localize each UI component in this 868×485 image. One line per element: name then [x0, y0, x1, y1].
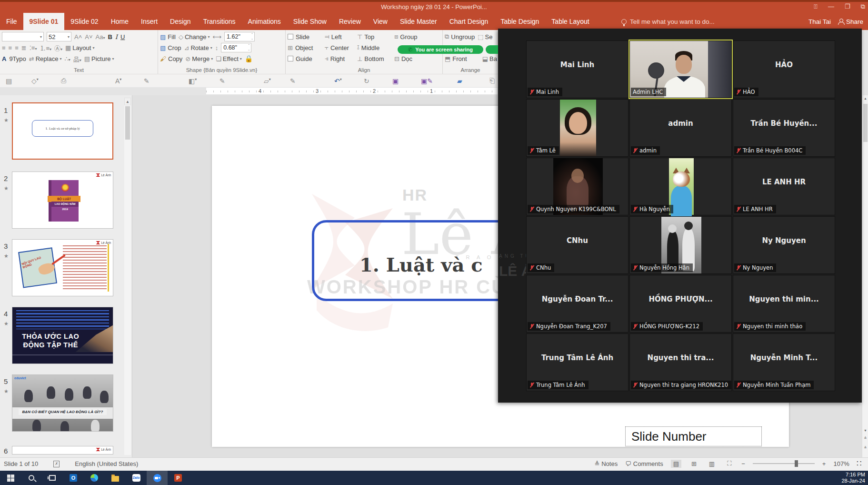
- lock-icon[interactable]: 🔒: [245, 55, 253, 62]
- participant-tile-active-speaker[interactable]: Admin LHC: [629, 40, 732, 98]
- rotate-button[interactable]: ⊿Rotate▾: [184, 44, 212, 51]
- tab-9slide-01[interactable]: 9Slide 01: [23, 13, 65, 30]
- eyedropper-icon[interactable]: ✎: [219, 77, 225, 85]
- shape-icon[interactable]: ◇▾: [31, 77, 37, 85]
- zoom-in-button[interactable]: +: [822, 460, 826, 467]
- tell-me-box[interactable]: Tell me what you want to do...: [621, 13, 715, 30]
- tab-review[interactable]: Review: [333, 13, 367, 30]
- participant-tile[interactable]: Trần Bé Huyền... Trần Bé Huyền B004C: [733, 99, 835, 157]
- slide-number-placeholder[interactable]: Slide Number: [625, 426, 762, 446]
- underline-button[interactable]: U: [120, 33, 125, 40]
- display-icon[interactable]: ⎙: [61, 77, 66, 85]
- slide-thumbnail-1[interactable]: 1. Luật và cơ sở pháp lý: [12, 102, 113, 160]
- bold-button[interactable]: B: [108, 33, 112, 40]
- minimize-icon[interactable]: —: [828, 3, 834, 10]
- zoom-slider[interactable]: [753, 463, 815, 464]
- close-icon[interactable]: ⧉: [861, 3, 865, 10]
- diagram-icon[interactable]: 品▾: [73, 54, 81, 63]
- dots-icon[interactable]: ∴▾: [64, 55, 70, 62]
- participant-tile[interactable]: HỒNG PHƯỢN... HỒNG PHƯỢNG-K212: [629, 275, 732, 333]
- previous-slide-button[interactable]: ≙: [862, 436, 868, 440]
- zoom-percent-label[interactable]: 107%: [833, 460, 849, 467]
- grow-font-icon[interactable]: A˄: [74, 33, 82, 40]
- align-left-button[interactable]: ⫤Left: [325, 33, 354, 40]
- comments-button[interactable]: 🗩 Comments: [625, 460, 663, 467]
- tab-view[interactable]: View: [367, 13, 394, 30]
- reading-view-icon[interactable]: ▥: [707, 460, 717, 468]
- next-slide-button[interactable]: ≚: [862, 446, 868, 450]
- crop-button[interactable]: ▧Crop: [160, 44, 181, 51]
- text-effects-icon[interactable]: Ⓐ▾: [54, 43, 62, 52]
- participant-tile[interactable]: Hà Nguyễn: [629, 158, 732, 215]
- participant-tile[interactable]: Quynh Nguyen K199C&BONL: [526, 158, 629, 215]
- participant-tile[interactable]: Ny Nguyen Ny Nguyen: [733, 216, 835, 274]
- participant-tile[interactable]: admin admin: [629, 99, 732, 157]
- notes-page-icon[interactable]: ▤: [6, 77, 12, 85]
- zoom-slider-thumb[interactable]: [795, 460, 798, 467]
- panel-scrollbar-thumb[interactable]: [125, 106, 130, 140]
- slide-sorter-icon[interactable]: ⊞: [689, 460, 699, 468]
- tab-table-layout[interactable]: Table Layout: [545, 13, 595, 30]
- language-label[interactable]: English (United States): [75, 460, 138, 467]
- tab-home[interactable]: Home: [105, 13, 135, 30]
- numbering-icon[interactable]: ⒈≡▾: [40, 43, 51, 52]
- zoom-gallery-overlay[interactable]: ẠNG TƯƠNG LAI LÊ ÁNH Mai Linh Mai Linh A…: [498, 29, 862, 403]
- copy-button[interactable]: 🖌Copy: [160, 55, 182, 62]
- ribbon-display-options-icon[interactable]: ⍐: [814, 3, 818, 10]
- tab-slide-master[interactable]: Slide Master: [394, 13, 443, 30]
- redo-icon[interactable]: ↻: [364, 77, 369, 85]
- account-name[interactable]: Thai Tai: [808, 13, 831, 30]
- doc-button[interactable]: ⊟Dọc: [394, 55, 412, 62]
- scroll-up-icon[interactable]: ▲: [862, 97, 868, 100]
- ungroup-button[interactable]: ⧉Ungroup: [445, 33, 475, 40]
- tab-insert[interactable]: Insert: [135, 13, 164, 30]
- slide-thumbnail-2[interactable]: Lê Ánh BỘ LUẬT LAO ĐỘNG NĂM 2019: [12, 172, 113, 229]
- undo-icon[interactable]: ↶▾: [334, 77, 340, 85]
- zalo-icon[interactable]: Zalo: [126, 471, 147, 485]
- align-middle-button[interactable]: ⫱Middle: [357, 44, 391, 51]
- file-explorer-icon[interactable]: [105, 471, 126, 485]
- tab-transitions[interactable]: Transitions: [197, 13, 242, 30]
- save-edit-icon[interactable]: ▣✎: [421, 77, 433, 85]
- participant-tile[interactable]: LE ANH HR LE ANH HR: [733, 158, 835, 215]
- picture-fill-icon[interactable]: ▰: [457, 77, 462, 85]
- proofing-icon[interactable]: ✗: [53, 461, 60, 467]
- participant-tile[interactable]: Nguyễn Đoan Tr... Nguyễn Đoan Trang_K207: [526, 275, 629, 333]
- screen-sharing-banner[interactable]: ✆ You are screen sharing: [398, 45, 483, 54]
- save-icon[interactable]: ▣: [392, 77, 399, 85]
- panel-scrollbar[interactable]: ▲: [124, 98, 131, 455]
- shape-width-input[interactable]: 1.62": [224, 32, 255, 41]
- tab-animations[interactable]: Animations: [242, 13, 287, 30]
- participant-tile[interactable]: Mai Linh Mai Linh: [526, 40, 629, 98]
- align-center-icon[interactable]: ≡: [9, 44, 12, 51]
- fill-color-icon[interactable]: ◧▾: [189, 77, 195, 85]
- layout-button[interactable]: ▦Layout▾: [65, 44, 94, 51]
- vertical-scrollbar[interactable]: ▲ ▼ ≙ ≚: [862, 95, 868, 457]
- task-view-icon[interactable]: [42, 471, 63, 485]
- participant-tile[interactable]: HẢO HẢO: [733, 40, 835, 98]
- slide-thumbnail-5[interactable]: eduviet BẠN CÓ BIẾT QUAN HỆ LAO ĐỘNG LÀ …: [12, 374, 113, 432]
- slide-thumbnail-4[interactable]: THỎA ƯỚC LAO ĐỘNG TẬP THỂ: [12, 307, 113, 364]
- eyedropper-icon[interactable]: ✎: [144, 77, 150, 85]
- shrink-font-icon[interactable]: A˅: [85, 33, 92, 40]
- align-right-icon[interactable]: ≡: [15, 44, 19, 51]
- front-button[interactable]: ⬒Front: [445, 55, 479, 62]
- tab-9slide-02[interactable]: 9Slide 02: [64, 13, 104, 30]
- change-case-icon[interactable]: Aa▾: [96, 33, 105, 40]
- taskbar-clock[interactable]: 7:16 PM 28-Jan-24: [841, 472, 865, 484]
- justify-icon[interactable]: ≣: [21, 44, 27, 51]
- slide-thumbnail-3[interactable]: Lê Ánh NỘI QUY LAO ĐỘNG: [12, 239, 113, 296]
- scroll-up-icon[interactable]: ▲: [124, 98, 131, 105]
- outline-color-icon[interactable]: ▱▾: [264, 77, 269, 85]
- align-top-button[interactable]: ⊤Top: [357, 33, 391, 40]
- align-bottom-button[interactable]: ⊥Bottom: [357, 55, 391, 62]
- effect-button[interactable]: ❏Effect▾: [216, 55, 242, 62]
- replace-button[interactable]: ⇄Replace▾: [29, 55, 62, 62]
- font-name-combobox[interactable]: ▾: [2, 32, 44, 41]
- tab-chart-design[interactable]: Chart Design: [443, 13, 495, 30]
- align-center-button[interactable]: ⫟Center: [325, 44, 354, 51]
- tab-file[interactable]: File: [0, 13, 23, 30]
- search-icon[interactable]: [21, 471, 42, 485]
- start-button[interactable]: [0, 471, 21, 485]
- participant-tile[interactable]: Nguyễn Minh T... Nguyễn Minh Tuấn Phạm: [733, 333, 835, 391]
